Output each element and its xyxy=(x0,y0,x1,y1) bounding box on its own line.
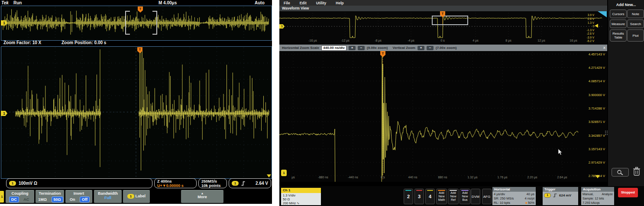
main-voltage-tick-label: 4.457143 V xyxy=(579,52,605,56)
add-new-bus-button[interactable]: Add New Bus xyxy=(460,189,470,204)
channel-4-button[interactable]: 4 xyxy=(425,189,435,204)
overview-time-tick-label: 16 μs xyxy=(570,39,577,42)
results-sidebar: Add New... Cursors Note Measure Search R… xyxy=(607,0,644,186)
dual-oscilloscope-screenshot: Tek Run M 4.00μs Auto T 1 Zoom Factor: 1… xyxy=(0,0,644,206)
main-voltage-tick-label: 3.157143 V xyxy=(579,147,605,151)
afg-button[interactable]: AFG xyxy=(482,189,492,204)
sidebar-drag-handle[interactable] xyxy=(605,131,608,135)
results-table-button[interactable]: Results Table xyxy=(610,29,627,42)
dvm-button[interactable]: DVM xyxy=(471,189,480,204)
overview-waveform-window[interactable]: T 1 xyxy=(1,6,272,41)
overview-time-tick-label: -4 μs xyxy=(408,39,414,42)
main-time-tick-label: 1.76 μs xyxy=(497,176,507,179)
zoom-selection-box[interactable] xyxy=(432,16,468,25)
menu-edit[interactable]: Edit xyxy=(300,1,307,5)
label-menu-button[interactable]: 1 Label xyxy=(123,190,150,203)
overview-time-tick-label: 12 μs xyxy=(537,39,545,42)
channel-3-button[interactable]: 3 xyxy=(414,189,424,204)
h-resolution: 4 ns/pt xyxy=(524,196,534,201)
cursors-button[interactable]: Cursors xyxy=(610,10,627,18)
horizontal-zoom-scale-input[interactable]: 440.00 ns/div xyxy=(321,45,346,51)
channel-4-button-label: 4 xyxy=(429,194,431,199)
plot-button[interactable]: Plot xyxy=(627,29,644,42)
channel-1-badge-icon: 1 xyxy=(9,181,16,186)
vertical-zoom-minus-button[interactable]: − xyxy=(427,46,434,50)
trigger-level: 624 mV xyxy=(559,193,571,198)
trigger-readout-box[interactable]: 1 2.64 V xyxy=(229,178,271,188)
termination-50-option[interactable]: 50Ω xyxy=(52,196,63,203)
horizontal-panel-header[interactable]: Horizontal xyxy=(492,187,536,192)
zoom-region-bracket[interactable] xyxy=(125,11,157,35)
channel-2-button[interactable]: 2 xyxy=(404,189,413,204)
settings-bar: Ch 1 1.3 V/div 50 Ω 200 MHz ∿ 234Add New… xyxy=(279,186,644,206)
zoomed-waveform-window[interactable]: T 1 xyxy=(1,46,272,179)
main-time-tick-label: 2.64 μs xyxy=(557,176,567,179)
acq-sample: Sample: 12 bits xyxy=(583,196,613,201)
trigger-mode-readout: Auto xyxy=(255,0,265,5)
menu-utility[interactable]: Utility xyxy=(316,1,327,5)
application-menu-bar: File Edit Utility Help xyxy=(279,0,607,6)
channel-1-badge-icon: 1 xyxy=(127,194,134,199)
overview-time-tick-label: -12 μs xyxy=(341,39,350,42)
channel-color-strip xyxy=(461,190,469,191)
coupling-dc-option[interactable]: DC xyxy=(9,196,19,203)
rising-edge-icon xyxy=(241,181,245,186)
channel-1-menu-tab[interactable]: 1 xyxy=(0,191,4,203)
main-time-tick-label: -440 ns xyxy=(348,176,358,179)
trigger-panel-body[interactable]: 1 624 mV xyxy=(543,192,578,205)
trigger-panel-header[interactable]: Trigger xyxy=(543,187,578,192)
trash-icon[interactable] xyxy=(632,167,641,177)
more-button-text: More xyxy=(181,195,223,199)
overview-voltage-tick-label: -2.6 V xyxy=(579,32,594,35)
add-new-ref-button[interactable]: Add New Ref xyxy=(448,189,459,204)
channel-readout-box[interactable]: 1 100mV Ω xyxy=(6,178,152,188)
acquisition-panel-header[interactable]: Acquisition xyxy=(581,187,614,192)
bandwidth-menu-button[interactable]: Bandwidth Full xyxy=(94,190,122,203)
stopped-status-button[interactable]: Stopped xyxy=(618,188,638,197)
channel-impedance: 50 Ω xyxy=(283,197,319,201)
overview-voltage-tick-label: 1.3 V xyxy=(579,21,594,24)
note-button[interactable]: Note xyxy=(627,10,644,18)
termination-title: Termination xyxy=(36,191,64,196)
horizontal-panel-body[interactable]: 4 μs/div40 μs SR: 250 MS/s4 ns/pt RL: 10… xyxy=(492,192,536,205)
sample-rate-readout-box[interactable]: 250MS/s 10k points xyxy=(198,178,227,188)
add-new-math-button[interactable]: Add New Math xyxy=(436,189,447,204)
vertical-zoom-plus-button[interactable]: + xyxy=(417,46,424,50)
channel-1-settings-details[interactable]: 1.3 V/div 50 Ω 200 MHz ∿ xyxy=(281,193,321,205)
main-time-tick-label: 1.32 μs xyxy=(467,176,477,179)
measure-button[interactable]: Measure xyxy=(610,19,627,28)
zoom-tool-button[interactable] xyxy=(612,168,629,177)
acquisition-panel-body[interactable]: Manual,Analyze Sample: 12 bits 7.293 kAc… xyxy=(581,192,614,205)
add-new-title: Add New... xyxy=(608,3,644,7)
zoomed-waveform-area[interactable]: T 4.457143 V4.271429 V4.085714 V3.900000… xyxy=(279,51,607,182)
close-zoom-button[interactable]: X xyxy=(603,46,605,50)
h-sample-rate: SR: 250 MS/s xyxy=(494,196,514,201)
main-time-tick-label: -880 ns xyxy=(318,176,328,179)
search-button[interactable]: Search xyxy=(627,19,644,28)
main-time-tick-label: 2.20 μs xyxy=(527,176,537,179)
horizontal-zoom-plus-button[interactable]: + xyxy=(349,46,356,50)
termination-1m-option[interactable]: 1MΩ xyxy=(36,197,49,202)
main-time-tick-label: 440 ns xyxy=(408,176,417,179)
horizontal-zoom-minus-button[interactable]: − xyxy=(358,46,365,50)
channel-1-settings-badge[interactable]: Ch 1 xyxy=(281,188,321,193)
main-voltage-tick-label: 4.271429 V xyxy=(579,66,605,70)
overview-voltage-tick-label: 2.6 V xyxy=(579,17,594,20)
invert-on-option[interactable]: On xyxy=(68,197,77,202)
rising-edge-icon xyxy=(553,193,557,197)
invert-title: Invert xyxy=(65,191,92,196)
menu-file[interactable]: File xyxy=(284,1,290,5)
more-menu-button[interactable]: ▲ More xyxy=(181,190,223,203)
menu-help[interactable]: Help xyxy=(336,1,343,5)
coupling-menu-button[interactable]: Coupling DC AC xyxy=(6,190,34,203)
channel-1-ground-badge[interactable]: 1 xyxy=(281,170,287,176)
zoom-timebase-readout-box[interactable]: Z 400ns U+▼0.00000 s xyxy=(154,178,197,188)
termination-menu-button[interactable]: Termination 1MΩ 50Ω xyxy=(36,190,64,203)
channel-color-strip xyxy=(416,190,422,191)
invert-menu-button[interactable]: Invert On Off xyxy=(65,190,92,203)
main-voltage-tick-label: 3.900000 V xyxy=(579,93,605,97)
main-time-tick-label: 880 ns xyxy=(438,176,447,179)
coupling-ac-option[interactable]: AC xyxy=(22,197,31,202)
waveform-overview-strip[interactable]: T 1 3.9 V2.6 V1.3 V0-1.3 V-2.6 V-3.9 V-5… xyxy=(279,11,607,45)
invert-off-option[interactable]: Off xyxy=(80,196,90,203)
